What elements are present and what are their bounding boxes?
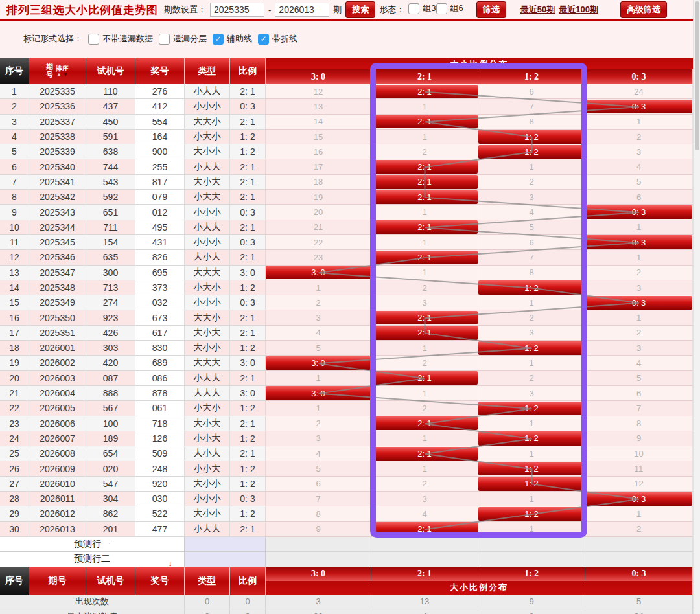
hit-cell: 0: 3 [585, 295, 693, 310]
ratio-cell: 2: 1 [230, 446, 266, 461]
test-number-cell: 651 [86, 205, 135, 220]
miss-count-cell: 1 [266, 371, 371, 386]
period-cell: 2026007 [29, 431, 86, 446]
seq-cell: 15 [0, 295, 29, 310]
recent-100-link[interactable]: 最近100期 [559, 4, 598, 16]
prize-number-cell: 695 [135, 266, 185, 280]
table-row: 112025345154431小小小0: 322160: 3 [0, 235, 693, 250]
mark-option-4-label: 带折线 [272, 33, 298, 45]
period-cell: 2025351 [29, 326, 86, 341]
mark-option-4-box[interactable]: ✓ [258, 34, 269, 45]
table-row: 102025344711495小大大2: 1212: 151 [0, 220, 693, 235]
miss-count-cell: 1 [371, 235, 478, 250]
test-number-cell: 300 [86, 266, 135, 280]
miss-count-cell: 2 [478, 310, 585, 325]
hit-cell: 1: 2 [478, 341, 585, 356]
miss-count-cell: 3 [585, 341, 693, 356]
ratio-header-0:3: 0: 3 [585, 567, 693, 581]
miss-count-cell: 8 [585, 416, 693, 431]
form-option-组3[interactable]: 组3 [408, 3, 436, 14]
form-option-组6-box[interactable] [436, 3, 447, 14]
table-row: 232026006100718大小大2: 122: 118 [0, 416, 693, 431]
hit-cell: 2: 1 [371, 175, 478, 190]
hit-cell: 0: 3 [585, 235, 693, 250]
advanced-filter-button[interactable]: 高级筛选 [620, 1, 667, 18]
hit-bar: 1: 2 [478, 431, 585, 445]
mark-option-3-box[interactable]: ✓ [213, 34, 224, 45]
miss-count-cell: 5 [585, 175, 693, 190]
scrollbar-thumb[interactable] [695, 1, 699, 150]
miss-count-cell: 3 [478, 190, 585, 205]
seq-cell: 27 [0, 477, 29, 492]
type-cell: 小大大 [185, 371, 230, 386]
stat-value-cell: 3 [266, 595, 371, 609]
sort-desc-icon[interactable]: ▼ [63, 72, 69, 78]
header-period-sortable[interactable]: 期 号 排序 ▲ ▼ [29, 58, 86, 84]
header-distribution-band: 大小比例分布 [266, 58, 693, 69]
period-cell: 2025350 [29, 310, 86, 325]
miss-count-cell: 1 [478, 522, 585, 537]
mark-option-2-box[interactable] [159, 34, 170, 45]
table-row: 22025336437412小小小0: 313170: 3 [0, 99, 693, 114]
table-row: 82025342592079小大大2: 1192: 136 [0, 190, 693, 205]
period-to-input[interactable] [275, 3, 329, 17]
type-cell: 小大小 [185, 280, 230, 295]
table-row: 72025341543817大小大2: 1182: 125 [0, 175, 693, 190]
miss-count-cell: 3 [585, 280, 693, 295]
prediction-row-2-input[interactable] [185, 552, 266, 567]
miss-count-cell: 2 [371, 356, 478, 370]
ratio-column-headers: 3: 02: 11: 20: 3 [266, 69, 693, 84]
miss-count-cell: 3 [266, 310, 371, 325]
hit-bar: 2: 1 [371, 160, 478, 174]
form-option-组3-box[interactable] [408, 3, 419, 14]
vertical-scrollbar[interactable] [693, 0, 700, 614]
prize-number-cell: 900 [135, 144, 185, 159]
seq-cell: 1 [0, 84, 29, 99]
miss-count-cell: 1 [371, 130, 478, 144]
miss-count-cell: 5 [585, 371, 693, 386]
prediction-row-1: 预测行一 [0, 537, 693, 552]
test-number-cell: 100 [86, 416, 135, 431]
prediction-row-2-label: 预测行二 ↓ [0, 552, 185, 567]
table-row: 172025351426617大小大2: 142: 132 [0, 326, 693, 341]
prediction-row-1-input[interactable] [185, 537, 266, 552]
sort-asc-icon[interactable]: ▲ [56, 72, 62, 78]
miss-count-cell: 2 [371, 477, 478, 492]
miss-count-cell: 4 [266, 446, 371, 461]
hit-cell: 1: 2 [478, 144, 585, 159]
mark-option-1[interactable]: 不带遗漏数据 [88, 33, 153, 45]
test-number-cell: 304 [86, 492, 135, 506]
hit-bar: 0: 3 [585, 235, 692, 249]
table-row: 262026009020248小小大1: 2511: 211 [0, 461, 693, 476]
mark-option-4[interactable]: ✓带折线 [258, 33, 298, 45]
seq-cell: 11 [0, 235, 29, 250]
hit-bar: 1: 2 [478, 145, 585, 159]
test-number-cell: 862 [86, 506, 135, 521]
period-dash: - [268, 5, 271, 15]
test-number-cell: 303 [86, 341, 135, 356]
ratio-cell: 2: 1 [230, 326, 266, 341]
miss-count-cell: 4 [478, 205, 585, 220]
search-button[interactable]: 搜索 [345, 1, 375, 18]
recent-50-link[interactable]: 最近50期 [520, 4, 555, 16]
form-label: 形态： [379, 4, 404, 16]
seq-cell: 18 [0, 341, 29, 356]
footer-header-type: 类型 [185, 567, 230, 595]
mark-option-3[interactable]: ✓辅助线 [213, 33, 252, 45]
miss-count-cell: 8 [478, 266, 585, 280]
test-number-cell: 450 [86, 115, 135, 130]
filter-button[interactable]: 筛选 [476, 1, 506, 18]
mark-option-1-box[interactable] [88, 34, 99, 45]
miss-count-cell: 6 [585, 386, 693, 401]
period-from-input[interactable] [210, 3, 264, 17]
miss-count-cell: 2 [585, 130, 693, 144]
form-option-组6[interactable]: 组6 [436, 3, 463, 14]
table-row: 242026007189126小小大1: 2311: 29 [0, 431, 693, 446]
test-number-cell: 592 [86, 190, 135, 205]
seq-cell: 10 [0, 220, 29, 235]
prize-number-cell: 248 [135, 461, 185, 476]
type-cell: 小大大 [185, 220, 230, 235]
mark-option-2[interactable]: 遗漏分层 [159, 33, 207, 45]
stat-value-cell: 13 [371, 595, 478, 609]
period-cell: 2026003 [29, 371, 86, 386]
